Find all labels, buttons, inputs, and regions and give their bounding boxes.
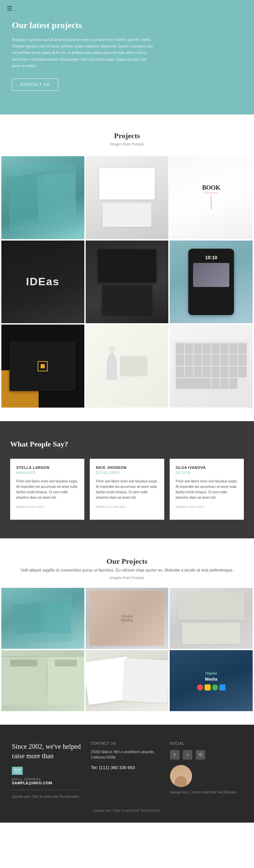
testimonial-card-3: OLGA IVANOVA DESIGN Proin sed libero eni… (170, 459, 244, 520)
twitter-icon[interactable]: t (183, 750, 192, 760)
testimonial-text-1: Proin sed libero enim sed faucibus turpi… (16, 479, 78, 500)
testimonials-title: What People Say? (10, 440, 244, 449)
our-project-item-4[interactable] (1, 650, 84, 711)
grid-item-5[interactable] (86, 241, 169, 324)
avatar (170, 765, 192, 787)
hero-section: Our latest projects Business expertise a… (0, 0, 254, 115)
our-project-item-1[interactable] (1, 588, 84, 649)
contact-us-button[interactable]: CONTACT US (12, 79, 58, 91)
footer-sample-text-left: Sample text. Click to select the Text El… (12, 795, 84, 799)
our-projects-intro: Velit aliquet sagittis id consectetur pu… (0, 567, 254, 574)
testimonial-text-3: Proin sed libero enim sed faucibus turpi… (176, 479, 238, 500)
grid-item-6[interactable]: 10:10 (170, 241, 253, 324)
projects-subtitle: Images from Freepik (0, 142, 254, 147)
footer-contact-title: CONTACT US (91, 742, 163, 745)
grid-item-2[interactable] (86, 156, 169, 239)
navbar: ☰ (7, 5, 12, 12)
testimonial-name-2: NICK JHONSON (96, 466, 158, 470)
footer: Since 2002, we've helped raise more than… (0, 725, 254, 823)
our-projects-grid-row2: Digital Media (1, 650, 253, 711)
footer-social-title: SOCIAL (170, 742, 242, 745)
our-project-item-2[interactable]: PeopleMeeting (86, 588, 169, 649)
footer-right: SOCIAL f t Ⓒ Sample text. Click to selec… (170, 742, 242, 799)
grid-item-3[interactable]: BOOK Hardcover (170, 156, 253, 239)
projects-section: Projects Images from Freepik B (0, 115, 254, 421)
testimonial-text-2: Proin sed libero enim sed faucibus turpi… (96, 479, 158, 500)
testimonials-grid: STELLA LARSON MANAGER Proin sed libero e… (10, 459, 244, 520)
footer-left: Since 2002, we've helped raise more than… (12, 742, 84, 799)
grid-item-8[interactable] (86, 325, 169, 408)
footer-tel-label: Tel: (91, 765, 98, 770)
hamburger-icon[interactable]: ☰ (7, 5, 12, 12)
footer-divider (12, 790, 80, 790)
our-project-item-5[interactable] (86, 650, 169, 711)
testimonial-role-3: DESIGN (176, 471, 238, 475)
testimonial-role-1: MANAGER (16, 471, 78, 475)
our-projects-grid-row1: PeopleMeeting (1, 588, 253, 649)
testimonial-date-3: MONDAY, MAY 2022 (176, 505, 238, 509)
grid-item-1[interactable] (1, 156, 84, 239)
facebook-icon[interactable]: f (170, 750, 179, 760)
testimonial-name-3: OLGA IVANOVA (176, 466, 238, 470)
our-projects-title: Our Projects (0, 557, 254, 566)
footer-sample-text-right: Sample text. Click to select the Text El… (170, 790, 242, 794)
footer-email-value: SAMPLE@INFO.COM (12, 781, 84, 785)
grid-item-4[interactable]: IDEas (1, 241, 84, 324)
email-icon (12, 767, 23, 775)
footer-tel: Tel: (111) 360 336 663 (91, 765, 163, 770)
testimonial-date-2: MONDAY, JUNE 2022 (96, 505, 158, 509)
footer-address: 25000 Walnut, Hill Ln undefined Lafayett… (91, 749, 163, 760)
testimonial-date-1: MONDAY, MAY 2022 (16, 505, 78, 509)
social-icons: f t Ⓒ (170, 750, 242, 760)
footer-grid: Since 2002, we've helped raise more than… (12, 742, 242, 799)
footer-email-label: EMAIL ADDRESS (12, 778, 84, 781)
instagram-icon[interactable]: Ⓒ (196, 750, 205, 760)
testimonial-name-1: STELLA LARSON (16, 466, 78, 470)
testimonials-section: What People Say? STELLA LARSON MANAGER P… (0, 421, 254, 538)
testimonial-role-2: DEVELOPER (96, 471, 158, 475)
our-projects-images-label: Images from Freepik (0, 576, 254, 580)
our-project-item-3[interactable] (170, 588, 253, 649)
footer-middle: CONTACT US 25000 Walnut, Hill Ln undefin… (91, 742, 163, 799)
projects-title: Projects (0, 131, 254, 140)
hero-title: Our latest projects (12, 20, 242, 30)
our-projects-section: Our Projects Velit aliquet sagittis id c… (0, 538, 254, 725)
testimonial-card-1: STELLA LARSON MANAGER Proin sed libero e… (10, 459, 84, 520)
hero-text: Business expertise and dedicated teams t… (12, 37, 154, 69)
our-project-item-6[interactable]: Digital Media (170, 650, 253, 711)
footer-since-text: Since 2002, we've helped raise more than (12, 742, 84, 761)
grid-item-7[interactable] (1, 325, 84, 408)
footer-bottom-text: Sample text. Click to select the Text El… (12, 809, 242, 812)
grid-item-9[interactable] (170, 325, 253, 408)
projects-grid: BOOK Hardcover IDEas 10:1 (1, 156, 253, 408)
testimonial-card-2: NICK JHONSON DEVELOPER Proin sed libero … (90, 459, 164, 520)
footer-tel-value: (111) 360 336 663 (99, 765, 135, 770)
